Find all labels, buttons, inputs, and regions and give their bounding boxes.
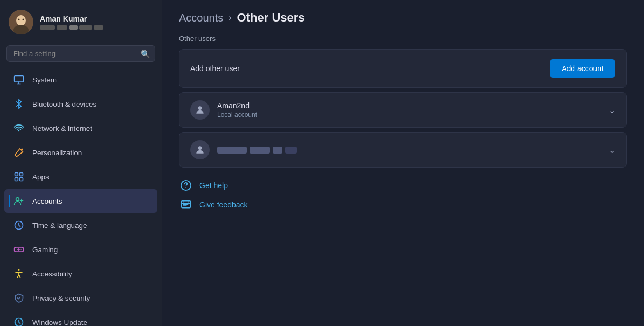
sidebar-item-label-accounts: Accounts: [32, 197, 63, 205]
user-profile[interactable]: Aman Kumar: [0, 0, 162, 42]
redacted-name-blocks: [217, 147, 297, 154]
svg-rect-5: [15, 76, 24, 82]
accounts-icon: [13, 195, 25, 207]
accessibility-icon: [13, 268, 25, 280]
personalization-icon: [13, 147, 25, 158]
give-feedback-icon: [179, 198, 193, 212]
sidebar-item-system[interactable]: System: [4, 68, 157, 92]
sidebar-item-label-apps: Apps: [32, 173, 49, 181]
user-name: Aman Kumar: [40, 15, 103, 23]
nav-list: SystemBluetooth & devicesNetwork & inter…: [0, 67, 162, 326]
sidebar-item-label-bluetooth: Bluetooth & devices: [32, 100, 96, 108]
user-list-left: Aman2nd Local account: [190, 100, 257, 120]
svg-point-7: [21, 149, 23, 150]
name-block-1: [217, 147, 247, 154]
user-list-left-redacted: [190, 140, 297, 159]
add-user-card: Add other user Add account: [179, 49, 627, 88]
sidebar-item-label-time: Time & language: [32, 221, 87, 230]
user-avatar: [190, 100, 210, 120]
svg-point-18: [198, 106, 202, 110]
update-icon: [13, 316, 25, 326]
breadcrumb: Accounts › Other Users: [179, 11, 627, 25]
search-box: 🔍: [6, 45, 155, 62]
sidebar-item-label-update: Windows Update: [32, 318, 87, 327]
expand-icon: ⌄: [608, 105, 615, 115]
user-list-info-redacted: [217, 147, 297, 154]
bluetooth-icon: [13, 98, 25, 110]
network-icon: [13, 122, 25, 134]
svg-point-16: [18, 269, 19, 271]
user-icon: [195, 105, 205, 115]
user-list-sub: Local account: [217, 111, 257, 119]
sidebar-item-gaming[interactable]: Gaming: [4, 238, 157, 261]
svg-point-3: [18, 19, 20, 20]
svg-point-1: [16, 15, 26, 26]
name-block-3: [273, 147, 282, 154]
time-icon: [13, 219, 25, 231]
gaming-icon: [13, 244, 25, 255]
svg-rect-8: [15, 173, 18, 176]
expand-icon-redacted: ⌄: [608, 145, 615, 155]
avatar-image: [9, 10, 33, 34]
avatar: [9, 10, 33, 34]
help-section: Get help Give feedback: [179, 178, 627, 212]
breadcrumb-separator: ›: [228, 13, 231, 23]
svg-rect-10: [15, 178, 18, 181]
breadcrumb-accounts[interactable]: Accounts: [179, 12, 223, 24]
give-feedback-label: Give feedback: [199, 200, 248, 209]
give-feedback-link[interactable]: Give feedback: [179, 198, 627, 212]
user-list-item-redacted[interactable]: ⌄: [179, 132, 627, 168]
search-icon: 🔍: [141, 50, 150, 58]
sidebar-item-personalization[interactable]: Personalization: [4, 141, 157, 164]
sidebar-item-accounts[interactable]: Accounts: [4, 189, 157, 213]
system-icon: [13, 74, 25, 86]
active-indicator: [9, 195, 10, 207]
user-avatar-redacted: [190, 140, 210, 159]
main-content: Accounts › Other Users Other users Add o…: [162, 0, 644, 326]
sidebar-item-label-system: System: [32, 76, 57, 84]
add-user-label: Add other user: [190, 64, 240, 73]
get-help-label: Get help: [199, 181, 228, 190]
user-info: Aman Kumar: [40, 15, 103, 30]
svg-rect-9: [20, 173, 23, 176]
user-list-info: Aman2nd Local account: [217, 101, 257, 119]
apps-icon: [13, 171, 25, 183]
svg-point-15: [20, 249, 22, 250]
user-list-name: Aman2nd: [217, 101, 257, 110]
sidebar-item-label-privacy: Privacy & security: [32, 294, 90, 302]
svg-point-6: [18, 130, 20, 132]
bar2: [57, 25, 67, 30]
search-input[interactable]: [6, 45, 155, 62]
get-help-icon: [179, 178, 193, 192]
name-block-4: [285, 147, 297, 154]
sidebar-item-network[interactable]: Network & internet: [4, 116, 157, 140]
get-help-link[interactable]: Get help: [179, 178, 627, 192]
sidebar: Aman Kumar 🔍 SystemBluetooth & devicesNe…: [0, 0, 162, 326]
bar3: [69, 25, 78, 30]
sidebar-item-apps[interactable]: Apps: [4, 165, 157, 189]
svg-point-19: [198, 146, 202, 150]
sidebar-item-label-gaming: Gaming: [32, 246, 58, 254]
sidebar-item-label-network: Network & internet: [32, 124, 92, 133]
sidebar-item-label-personalization: Personalization: [32, 149, 82, 157]
svg-rect-11: [20, 178, 23, 181]
bar4: [79, 25, 92, 30]
bar1: [40, 25, 55, 30]
sidebar-item-label-accessibility: Accessibility: [32, 270, 72, 278]
section-title: Other users: [179, 34, 627, 43]
user-icon-redacted: [195, 144, 205, 155]
svg-point-12: [16, 198, 19, 201]
sidebar-item-bluetooth[interactable]: Bluetooth & devices: [4, 92, 157, 116]
svg-point-21: [185, 187, 186, 188]
sidebar-item-accessibility[interactable]: Accessibility: [4, 262, 157, 286]
svg-point-4: [23, 19, 24, 20]
add-account-button[interactable]: Add account: [550, 59, 615, 78]
user-bars: [40, 25, 103, 30]
bar5: [94, 25, 103, 30]
sidebar-item-privacy[interactable]: Privacy & security: [4, 286, 157, 310]
sidebar-item-time[interactable]: Time & language: [4, 213, 157, 237]
sidebar-item-update[interactable]: Windows Update: [4, 310, 157, 326]
breadcrumb-current: Other Users: [237, 11, 305, 25]
user-list-item[interactable]: Aman2nd Local account ⌄: [179, 92, 627, 128]
privacy-icon: [13, 292, 25, 304]
